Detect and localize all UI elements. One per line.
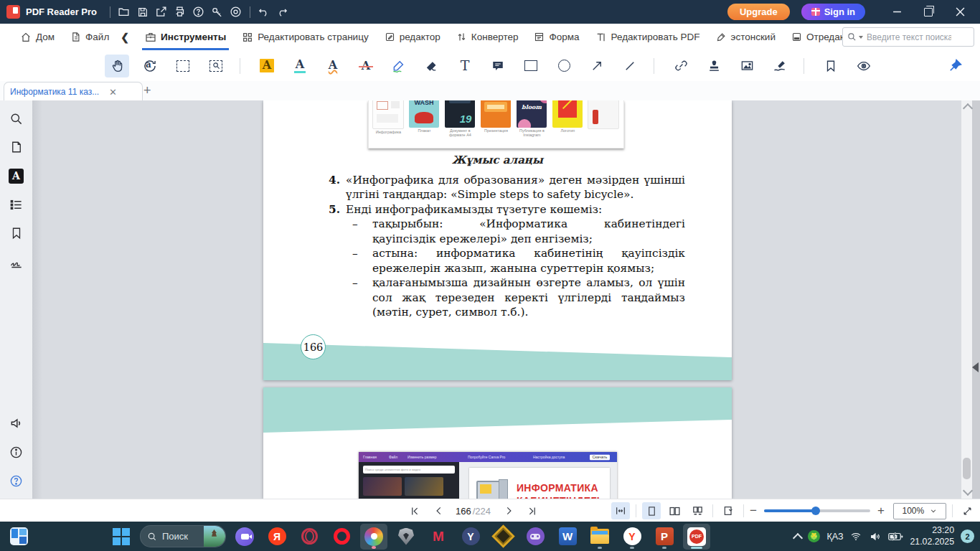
- first-page-button[interactable]: [405, 502, 424, 519]
- current-page-field[interactable]: 166: [456, 506, 471, 517]
- taskbar-clock[interactable]: 23:20 21.02.2025: [910, 525, 954, 547]
- highlight-tool-button[interactable]: A: [255, 55, 279, 77]
- menu-tools[interactable]: Инструменты: [145, 24, 226, 50]
- taskbar-search[interactable]: Поиск: [140, 525, 226, 547]
- line-tool-button[interactable]: [618, 55, 642, 77]
- last-page-button[interactable]: [522, 502, 541, 519]
- scrollbar-thumb[interactable]: [963, 458, 971, 479]
- panel-search-icon[interactable]: [6, 108, 27, 129]
- rectangle-tool-button[interactable]: [519, 55, 543, 77]
- panel-bookmarks-icon[interactable]: [6, 222, 27, 244]
- stamp-tool-button[interactable]: [702, 55, 726, 77]
- menu-scroll-left-icon[interactable]: ❮: [121, 32, 129, 43]
- browser-swirl-button[interactable]: [360, 524, 387, 550]
- two-page-view-button[interactable]: [665, 502, 684, 519]
- panel-outline-icon[interactable]: [6, 194, 27, 215]
- world-of-tanks-button[interactable]: [392, 524, 420, 550]
- expand-right-panel-icon[interactable]: [972, 362, 979, 372]
- text-tool-button[interactable]: T: [453, 55, 477, 77]
- zoom-level-select[interactable]: 100%: [893, 503, 946, 519]
- panel-signatures-icon[interactable]: [6, 251, 27, 273]
- powerpoint-button[interactable]: P: [651, 524, 678, 550]
- scroll-up-arrow-icon[interactable]: [963, 103, 973, 113]
- vertical-scrollbar[interactable]: [961, 100, 972, 499]
- read-aloud-icon[interactable]: [6, 413, 27, 434]
- keyboard-language[interactable]: ҚАЗ: [826, 532, 843, 542]
- comment-tool-button[interactable]: [486, 55, 510, 77]
- undo-icon[interactable]: [255, 4, 273, 21]
- upgrade-button[interactable]: Upgrade: [727, 4, 790, 20]
- document-tab[interactable]: Информатика 11 каз... ✕: [4, 82, 143, 101]
- widgets-button[interactable]: [10, 527, 28, 545]
- info-icon[interactable]: [6, 441, 27, 463]
- restore-button[interactable]: [913, 1, 944, 23]
- link-tool-button[interactable]: [669, 55, 693, 77]
- sign-in-button[interactable]: Sign in: [801, 4, 865, 20]
- notification-count-badge[interactable]: 2: [961, 529, 974, 543]
- panel-annotations-icon[interactable]: A: [6, 165, 27, 187]
- save-icon[interactable]: [133, 4, 152, 21]
- eraser-tool-button[interactable]: [420, 55, 444, 77]
- pin-toolbar-button[interactable]: [943, 55, 967, 77]
- tab-close-icon[interactable]: ✕: [109, 87, 117, 98]
- open-file-icon[interactable]: [115, 4, 133, 21]
- opera-button[interactable]: [328, 524, 355, 550]
- file-explorer-button[interactable]: [586, 524, 613, 550]
- gamepad-app-button[interactable]: [522, 524, 549, 550]
- menu-file[interactable]: Файл: [70, 24, 109, 50]
- image-tool-button[interactable]: [735, 55, 759, 77]
- freehand-pen-tool-button[interactable]: [387, 55, 411, 77]
- m-app-button[interactable]: М: [425, 524, 452, 550]
- menu-home[interactable]: Дом: [20, 24, 55, 50]
- fit-width-button[interactable]: [611, 502, 630, 519]
- yandex-browser-button[interactable]: Y: [618, 524, 646, 550]
- search-options-caret-icon[interactable]: [859, 36, 863, 39]
- antivirus-tray-icon[interactable]: [808, 530, 820, 542]
- word-button[interactable]: W: [554, 524, 581, 550]
- y-game-button[interactable]: Y: [457, 524, 484, 550]
- help-question-icon[interactable]: [6, 470, 27, 491]
- select-text-tool-button[interactable]: a: [138, 55, 162, 77]
- menu-edit-page[interactable]: Редактировать страницу: [242, 24, 368, 50]
- ellipse-tool-button[interactable]: [552, 55, 576, 77]
- single-page-view-button[interactable]: [642, 502, 661, 519]
- settings-icon[interactable]: [227, 4, 245, 21]
- preview-eye-button[interactable]: [852, 55, 876, 77]
- start-button[interactable]: [108, 524, 135, 550]
- redo-icon[interactable]: [273, 4, 292, 21]
- rotate-page-button[interactable]: [719, 502, 738, 519]
- help-icon[interactable]: [189, 4, 208, 21]
- share-icon[interactable]: [152, 4, 171, 21]
- signature-tool-button[interactable]: [768, 55, 792, 77]
- menu-edit-pdf[interactable]: Редактировать PDF: [595, 24, 700, 50]
- menu-form[interactable]: Форма: [534, 24, 579, 50]
- document-view-area[interactable]: Инфографика WASH Плакат 19 Документ в фо…: [32, 100, 980, 499]
- strikeout-tool-button[interactable]: A: [354, 55, 378, 77]
- search-input[interactable]: [865, 32, 953, 43]
- fullscreen-button[interactable]: [958, 502, 977, 519]
- marquee-zoom-tool-button[interactable]: [204, 55, 228, 77]
- chat-app-button[interactable]: [231, 524, 258, 550]
- hand-tool-button[interactable]: [105, 55, 129, 77]
- menu-editor[interactable]: редактор: [385, 24, 440, 50]
- new-tab-button[interactable]: +: [143, 84, 151, 97]
- previous-page-button[interactable]: [430, 502, 448, 519]
- panel-thumbnails-icon[interactable]: [6, 136, 27, 158]
- pdf-reader-pro-taskbar-button[interactable]: PDF: [683, 524, 710, 550]
- volume-icon[interactable]: [869, 531, 882, 542]
- minimize-button[interactable]: [881, 1, 913, 23]
- yandex-app-button[interactable]: Я: [263, 524, 291, 550]
- menu-converter[interactable]: Конвертер: [456, 24, 519, 50]
- print-icon[interactable]: [171, 4, 189, 21]
- close-button[interactable]: [944, 1, 976, 23]
- tray-expand-icon[interactable]: [793, 532, 803, 542]
- arrow-tool-button[interactable]: [585, 55, 609, 77]
- zoom-in-button[interactable]: +: [877, 504, 885, 518]
- gold-diamond-game-button[interactable]: [489, 524, 517, 550]
- battery-charging-icon[interactable]: [888, 532, 903, 542]
- zoom-out-button[interactable]: −: [750, 504, 757, 518]
- underline-tool-button[interactable]: A: [288, 55, 312, 77]
- password-key-icon[interactable]: [208, 4, 227, 21]
- next-page-button[interactable]: [499, 502, 518, 519]
- wifi-icon[interactable]: [849, 531, 862, 542]
